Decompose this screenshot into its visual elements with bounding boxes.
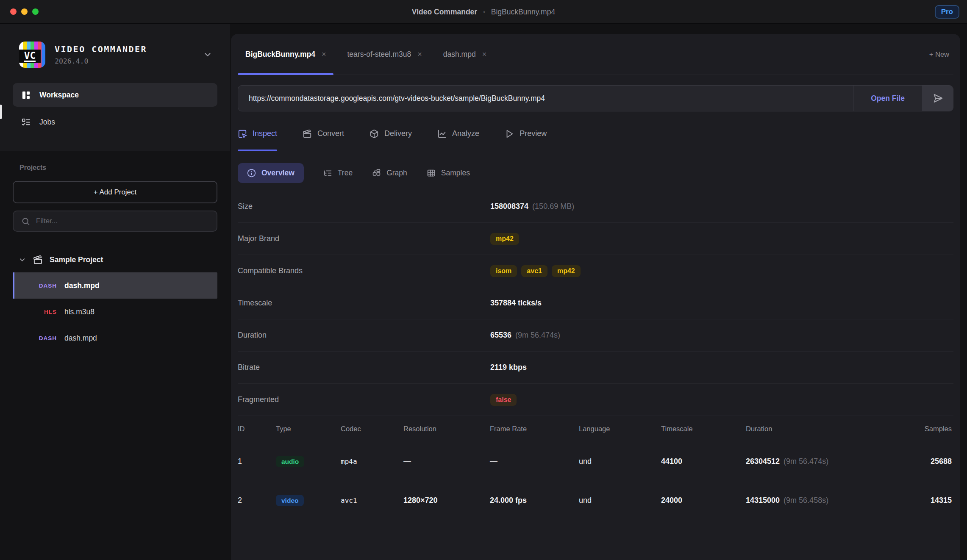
brand-badge: avc1	[521, 265, 547, 277]
property-row-major-brand: Major Brand mp42	[238, 223, 953, 255]
brand-switcher[interactable]: VC VIDEO COMMANDER 2026.4.0	[13, 42, 217, 68]
format-badge-hls: HLS	[14, 309, 57, 315]
column-header: Frame Rate	[490, 425, 579, 433]
column-header: Type	[276, 425, 341, 433]
sidebar-nav: Workspace Jobs	[13, 83, 217, 134]
sidebar-top-section: VC VIDEO COMMANDER 2026.4.0 Workspace	[0, 24, 230, 151]
column-header: ID	[238, 425, 276, 433]
project-tree-items: DASH dash.mpd HLS hls.m3u8 DASH dash.mpd	[13, 272, 217, 351]
view-tab-overview[interactable]: Overview	[238, 163, 304, 183]
property-label: Compatible Brands	[238, 266, 490, 275]
brand-badge: isom	[490, 265, 517, 277]
overview-properties: Size 158008374(150.69 MB) Major Brand mp…	[238, 191, 953, 416]
pro-badge[interactable]: Pro	[935, 5, 959, 19]
format-badge-dash: DASH	[14, 335, 57, 341]
chevron-down-icon[interactable]	[18, 256, 26, 264]
minimize-window-button[interactable]	[21, 8, 28, 15]
window-title: Video Commander • BigBuckBunny.mp4	[412, 7, 555, 16]
tab-preview[interactable]: Preview	[505, 116, 547, 151]
close-window-button[interactable]	[10, 8, 17, 15]
property-row-duration: Duration 65536(9m 56.474s)	[238, 319, 953, 352]
clapperboard-icon	[33, 255, 43, 265]
jobs-checklist-icon	[21, 117, 31, 127]
tab-label: Preview	[520, 129, 547, 138]
file-tab-bigbuckbunny[interactable]: BigBuckBunny.mp4 ×	[238, 34, 333, 75]
sidebar-item-workspace[interactable]: Workspace	[13, 83, 217, 107]
tracks-table-header: ID Type Codec Resolution Frame Rate Lang…	[238, 416, 953, 442]
project-name: Sample Project	[50, 255, 103, 264]
active-nav-indicator	[0, 105, 2, 119]
file-tabs: BigBuckBunny.mp4 × tears-of-steel.m3u8 ×…	[238, 34, 953, 75]
close-icon[interactable]: ×	[417, 50, 422, 59]
add-project-button[interactable]: + Add Project	[13, 181, 217, 203]
workspace-panel: BigBuckBunny.mp4 × tears-of-steel.m3u8 ×…	[231, 34, 960, 560]
titlebar: Video Commander • BigBuckBunny.mp4 Pro	[0, 0, 967, 24]
close-icon[interactable]: ×	[322, 50, 326, 59]
tab-analyze[interactable]: Analyze	[437, 116, 479, 151]
project-tree-header[interactable]: Sample Project	[13, 250, 217, 269]
track-duration: 26304512(9m 56.474s)	[746, 457, 915, 466]
project-tree: Sample Project DASH dash.mpd HLS hls.m3u…	[13, 250, 217, 351]
workspace-icon	[21, 90, 31, 100]
table-row-audio-track[interactable]: 1 audio mp4a — — und 44100 26304512(9m 5…	[238, 442, 953, 481]
url-input-wrap	[238, 86, 853, 111]
property-label: Fragmented	[238, 395, 490, 404]
property-value-muted: (9m 56.474s)	[515, 331, 560, 339]
chevron-down-icon[interactable]	[203, 50, 212, 59]
filter-input[interactable]	[36, 217, 209, 225]
load-url-button[interactable]	[922, 86, 953, 111]
track-resolution: 1280×720	[403, 496, 490, 505]
view-tab-samples[interactable]: Samples	[427, 169, 470, 177]
url-input[interactable]	[249, 94, 853, 103]
close-icon[interactable]: ×	[482, 50, 487, 59]
tab-delivery[interactable]: Delivery	[370, 116, 412, 151]
brand-badge: mp42	[552, 265, 581, 277]
track-timescale: 44100	[661, 457, 746, 466]
play-icon	[505, 129, 514, 139]
track-codec: avc1	[341, 496, 403, 505]
track-type-badge: audio	[276, 456, 304, 467]
view-tab-tree[interactable]: Tree	[323, 169, 353, 177]
sidebar-item-jobs[interactable]: Jobs	[13, 110, 217, 134]
sidebar-item-label: Workspace	[39, 91, 79, 100]
package-icon	[370, 129, 379, 139]
property-row-compatible-brands: Compatible Brands isom avc1 mp42	[238, 255, 953, 287]
track-timescale: 24000	[661, 496, 746, 505]
clapperboard-icon	[303, 129, 312, 139]
property-value-muted: (150.69 MB)	[532, 202, 574, 211]
brand-text: VIDEO COMMANDER 2026.4.0	[55, 44, 147, 65]
logo-text: VC	[24, 50, 36, 62]
property-value: 357884 ticks/s	[490, 299, 542, 308]
property-row-fragmented: Fragmented false	[238, 384, 953, 416]
tab-convert[interactable]: Convert	[303, 116, 344, 151]
property-label: Bitrate	[238, 363, 490, 372]
search-icon	[21, 217, 30, 226]
tree-item-name: hls.m3u8	[64, 308, 94, 316]
column-header: Codec	[341, 425, 403, 433]
tab-inspect[interactable]: Inspect	[238, 116, 277, 151]
file-tab-tears-of-steel[interactable]: tears-of-steel.m3u8 ×	[339, 34, 429, 75]
new-tab-button[interactable]: + New	[929, 50, 953, 58]
tree-item-dash-mpd-2[interactable]: DASH dash.mpd	[13, 325, 217, 351]
table-row-video-track[interactable]: 2 video avc1 1280×720 24.000 fps und 240…	[238, 481, 953, 520]
sidebar-projects-section: Projects + Add Project Sample Project	[0, 151, 230, 560]
column-header: Resolution	[403, 425, 490, 433]
file-tab-dash-mpd[interactable]: dash.mpd ×	[436, 34, 494, 75]
send-icon	[933, 93, 943, 103]
logo-band: VC	[19, 50, 41, 63]
view-tab-graph[interactable]: Graph	[372, 169, 407, 177]
zoom-window-button[interactable]	[32, 8, 39, 15]
main-area: BigBuckBunny.mp4 × tears-of-steel.m3u8 ×…	[230, 24, 967, 560]
document-title: BigBuckBunny.mp4	[491, 7, 555, 16]
tree-item-dash-mpd[interactable]: DASH dash.mpd	[13, 272, 217, 299]
project-filter[interactable]	[13, 211, 217, 232]
column-header: Samples	[915, 425, 953, 433]
property-label: Duration	[238, 331, 490, 340]
tab-label: Delivery	[384, 129, 412, 138]
open-file-button[interactable]: Open File	[853, 86, 922, 111]
projects-section-label: Projects	[13, 164, 217, 172]
track-id: 2	[238, 496, 276, 505]
track-duration: 14315000(9m 56.458s)	[746, 496, 915, 505]
tree-item-hls-m3u8[interactable]: HLS hls.m3u8	[13, 299, 217, 325]
view-tab-label: Samples	[441, 169, 470, 177]
